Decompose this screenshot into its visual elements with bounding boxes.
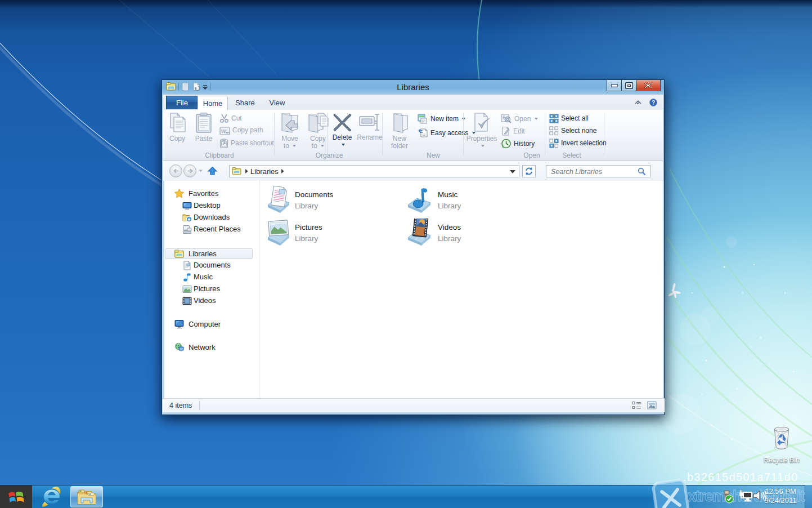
svg-text:?: ? [652,100,655,106]
